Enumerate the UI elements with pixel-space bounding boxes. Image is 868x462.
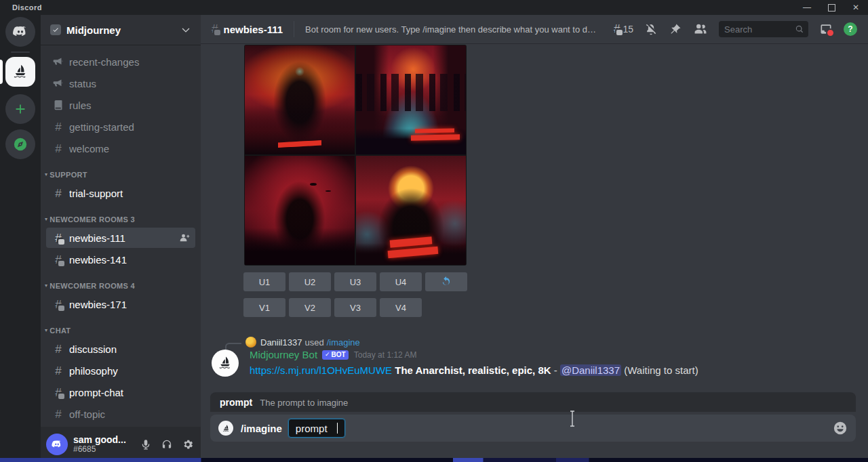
hash-chat-icon: #: [55, 387, 61, 398]
variation-v1-button[interactable]: V1: [243, 298, 285, 317]
category-support[interactable]: ▾SUPPORT: [41, 167, 201, 183]
server-icon-midjourney[interactable]: [5, 57, 35, 87]
variation-v2-button[interactable]: V2: [289, 298, 331, 317]
chevron-down-icon: [180, 24, 191, 35]
prompt-option-field[interactable]: prompt: [288, 419, 345, 438]
generated-image-quadrant-2[interactable]: [356, 45, 466, 154]
user-discriminator: #6685: [73, 445, 140, 455]
discord-logo-icon: [12, 23, 29, 41]
channel-label: welcome: [69, 143, 190, 154]
context-action: used: [304, 337, 323, 348]
add-server-button[interactable]: [5, 94, 35, 124]
prompt-option-value: prompt: [296, 423, 328, 434]
hash-icon: #: [55, 121, 61, 133]
invite-members-icon[interactable]: [179, 232, 190, 243]
job-link[interactable]: https://s.mj.run/l1OHvEuMUWE: [250, 364, 392, 376]
os-taskbar-sliver[interactable]: [0, 458, 868, 462]
emoji-picker-icon[interactable]: [833, 421, 848, 436]
user-mention[interactable]: @Daniil1337: [560, 364, 621, 376]
help-button[interactable]: ?: [844, 22, 857, 36]
slash-command-popup[interactable]: prompt The prompt to imagine: [210, 393, 856, 412]
generated-image-quadrant-4[interactable]: [356, 156, 466, 265]
bot-avatar[interactable]: [212, 350, 239, 377]
category-label: NEWCOMER ROOMS 4: [50, 282, 135, 290]
bot-message-body: https://s.mj.run/l1OHvEuMUWE The Anarchi…: [250, 364, 857, 377]
channel-item-philosophy[interactable]: #philosophy: [46, 360, 195, 381]
maximize-icon: [828, 4, 835, 12]
channel-label: status: [69, 78, 190, 89]
pinned-messages-icon[interactable]: [669, 22, 682, 36]
inbox-button[interactable]: [819, 22, 833, 36]
artwork-title-mark: [415, 128, 454, 133]
channel-item-recent-changes[interactable]: recent-changes: [46, 51, 195, 72]
channel-item-welcome[interactable]: #welcome: [46, 138, 195, 159]
hash-chat-icon: #: [614, 23, 620, 35]
channel-item-status[interactable]: status: [46, 73, 195, 93]
prompt-text: The Anarchist, realistic, epic, 8K: [395, 364, 551, 376]
headphones-icon[interactable]: [161, 438, 173, 450]
channel-item-newbies-171[interactable]: #newbies-171: [46, 294, 195, 314]
channel-item-prompt-chat[interactable]: #prompt-chat: [46, 382, 195, 402]
category-chat[interactable]: ▾CHAT: [41, 322, 201, 339]
mic-icon[interactable]: [140, 438, 152, 450]
hash-icon: #: [52, 408, 65, 420]
server-name: Midjourney: [66, 24, 175, 36]
variation-v4-button[interactable]: V4: [380, 298, 422, 317]
channel-item-off-topic[interactable]: #off-topic: [46, 404, 195, 424]
generated-image-grid[interactable]: [244, 45, 467, 266]
threads-button[interactable]: # 15: [614, 23, 633, 35]
category-chevron-icon: ▾: [45, 328, 47, 333]
channel-item-trial-support[interactable]: #trial-support: [46, 183, 195, 203]
search-input[interactable]: Search: [719, 21, 808, 37]
channel-item-getting-started[interactable]: #getting-started: [46, 117, 195, 137]
upscale-u3-button[interactable]: U3: [334, 272, 376, 291]
generated-image-quadrant-1[interactable]: [245, 45, 355, 154]
artwork-title-mark: [388, 247, 439, 258]
channel-item-newbies-111[interactable]: #newbies-111: [46, 228, 195, 248]
channel-item-discussion[interactable]: #discussion: [46, 339, 195, 359]
message-composer[interactable]: /imagine prompt: [210, 415, 856, 442]
window-titlebar: Discord — ✕: [0, 0, 868, 15]
channel-item-rules[interactable]: rules: [46, 95, 195, 115]
server-header[interactable]: Midjourney: [41, 15, 201, 45]
category-newcomer-rooms-3[interactable]: ▾NEWCOMER ROOMS 3: [41, 211, 201, 228]
category-chevron-icon: ▾: [45, 283, 47, 289]
channel-label: getting-started: [69, 121, 190, 133]
channel-label: rules: [69, 100, 190, 111]
reroll-button[interactable]: [425, 272, 467, 291]
upscale-u4-button[interactable]: U4: [380, 272, 422, 291]
context-user-avatar[interactable]: [245, 337, 256, 348]
gear-icon[interactable]: [182, 438, 194, 450]
badge-check-icon: ✓: [325, 351, 330, 358]
user-actions: [140, 438, 194, 450]
category-label: CHAT: [50, 327, 71, 335]
maximize-button[interactable]: [819, 0, 844, 15]
discord-logo-icon: [51, 438, 63, 450]
member-list-icon[interactable]: [693, 22, 708, 37]
generated-image-quadrant-3[interactable]: [245, 156, 355, 265]
channel-item-newbies-141[interactable]: #newbies-141: [46, 249, 195, 270]
hash-chat-icon: #: [55, 299, 61, 310]
composer-bot-avatar: [218, 421, 233, 436]
chat-area: U1U2U3U4 V1V2V3V4 Daniil1337 used /imagi…: [201, 43, 868, 400]
explore-servers-button[interactable]: [5, 129, 35, 159]
hash-icon: #: [52, 365, 65, 377]
minimize-button[interactable]: —: [795, 0, 819, 15]
notifications-muted-icon[interactable]: [644, 22, 658, 36]
upscale-u2-button[interactable]: U2: [289, 272, 331, 291]
home-button[interactable]: [5, 17, 35, 47]
variation-v3-button[interactable]: V3: [334, 298, 376, 317]
context-command[interactable]: /imagine: [327, 337, 360, 348]
option-name: prompt: [220, 397, 252, 408]
context-username[interactable]: Daniil1337: [260, 337, 302, 348]
header-toolbar: # 15 Search ?: [614, 21, 857, 37]
component-row-upscale: U1U2U3U4: [243, 272, 467, 291]
server-rail: [0, 15, 41, 462]
sailboat-icon: [12, 63, 29, 81]
channel-topic[interactable]: Bot room for new users. Type /imagine th…: [305, 24, 597, 35]
user-avatar[interactable]: [46, 434, 68, 455]
category-newcomer-rooms-4[interactable]: ▾NEWCOMER ROOMS 4: [41, 278, 201, 294]
category-chevron-icon: ▾: [45, 172, 47, 177]
upscale-u1-button[interactable]: U1: [243, 272, 285, 291]
close-button[interactable]: ✕: [844, 0, 868, 15]
